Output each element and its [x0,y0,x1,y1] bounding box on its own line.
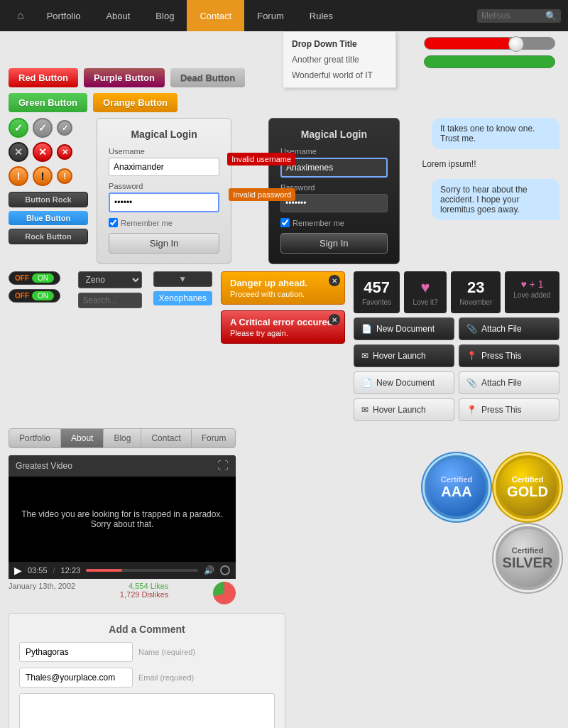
combo-button-1[interactable]: ▼ [153,271,212,287]
document-icon: 📄 [361,324,372,334]
icon-row-1: ✓ ✓ ✓ [9,118,88,138]
home-nav-item[interactable]: ⌂ [7,9,34,22]
remember-row-light: Remember me [109,218,219,227]
nav-tab-forum[interactable]: Forum [192,429,236,447]
badge-gold: Certified GOLD [496,455,559,519]
nav-blog[interactable]: Blog [143,0,187,31]
stat-love-label: Love it? [413,298,438,306]
check-green-1[interactable]: ✓ [9,118,28,138]
password-input-dark[interactable] [280,194,387,212]
sign-in-light-button[interactable]: Sign In [109,233,219,254]
comment-form-title: Add a Comment [19,624,275,635]
attach-icon: 📎 [466,324,477,334]
video-separator: / [53,566,55,575]
video-fullscreen-icon[interactable]: ⛶ [217,460,229,472]
press-this-light-label: Press This [481,405,521,415]
press-this-light-button[interactable]: 📍 Press This [459,398,559,421]
comment-name-row: Name (required) [19,642,275,662]
love-plus-text: + 1 [530,278,544,290]
badge-aaa-line2: AAA [441,484,471,500]
excl-orange-1[interactable]: ! [9,166,28,186]
rock-button[interactable]: Rock Button [9,229,88,244]
badge-gold-line1: Certified [512,475,544,484]
remember-checkbox-light[interactable] [109,218,118,227]
nav-search-box[interactable]: 🔍 [477,9,561,23]
sign-in-dark-button[interactable]: Sign In [280,233,387,254]
document-icon-light: 📄 [361,378,372,388]
nav-tab-contact[interactable]: Contact [141,429,191,447]
select-zeno[interactable]: Zeno [78,271,142,288]
attach-dark-button[interactable]: 📎 Attach File [459,317,559,340]
nav-forum[interactable]: Forum [244,0,297,31]
alert-orange-close[interactable]: ✕ [329,275,340,286]
login-light-title: Magical Login [109,129,219,140]
badge-gold-container: Certified GOLD [496,455,559,519]
new-doc-light-button[interactable]: 📄 New Document [354,371,454,394]
comment-textarea[interactable] [19,693,275,728]
xenophanes-label: Xenophanes [153,291,212,305]
badge-silver: Certified SILVER [496,526,559,590]
alert-red-close[interactable]: ✕ [329,314,340,325]
toggle-1-on-pill: ON [32,273,54,283]
hover-launch-dark-button[interactable]: ✉ Hover Launch [354,344,454,367]
blue-button[interactable]: Blue Button [9,211,88,225]
dropdown-item-2[interactable]: Wonderful world of IT [283,67,395,83]
green-button[interactable]: Green Button [9,93,87,112]
stat-love[interactable]: ♥ Love it? [404,271,447,313]
search-field[interactable] [78,293,142,308]
nav-tab-blog[interactable]: Blog [104,429,141,447]
new-doc-light-label: New Document [376,378,435,388]
video-screen: The video you are looking for is trapped… [9,477,236,562]
remember-checkbox-dark[interactable] [280,218,290,227]
nav-about[interactable]: About [93,0,143,31]
comment-name-input[interactable] [19,642,133,662]
nav-tab-portfolio[interactable]: Portfolio [9,429,61,447]
toggles-section: OFF ON OFF ON [9,271,70,303]
nav-rules[interactable]: Rules [297,0,346,31]
username-input-light[interactable] [109,158,219,176]
excl-orange-2[interactable]: ! [33,166,53,186]
attach-light-button[interactable]: 📎 Attach File [459,371,559,394]
button-rock[interactable]: Button Rock [9,192,88,207]
video-date: January 13th, 2002 [9,582,75,604]
username-input-dark[interactable] [280,158,387,178]
comment-email-row: Email (required) [19,668,275,688]
fullscreen-circle-icon[interactable] [220,565,230,575]
toggle-2-on-pill: ON [32,291,54,300]
red-button[interactable]: Red Button [9,68,78,87]
password-input-light[interactable] [109,192,219,212]
x-dark-1[interactable]: ✕ [9,142,28,162]
video-progress-bar[interactable] [86,569,198,572]
hover-launch-light-button[interactable]: ✉ Hover Launch [354,398,454,421]
alert-red-title: A Critical error occured. [230,317,336,327]
x-red-1[interactable]: ✕ [33,142,53,162]
comment-email-input[interactable] [19,668,133,688]
login-light-container: Magical Login Username Password Remember… [97,118,231,264]
play-button[interactable]: ▶ [14,565,22,576]
nav-search-input[interactable] [481,11,545,21]
video-title: Greatest Video [16,461,72,471]
action-buttons-dark: 📄 New Document 📎 Attach File ✉ Hover Lau… [354,317,559,367]
nav-contact[interactable]: Contact [187,0,244,31]
volume-icon[interactable]: 🔊 [204,565,214,575]
chat-bubble-3: Sorry to hear about the accident. I hope… [432,179,559,220]
check-gray-1[interactable]: ✓ [33,118,53,138]
dead-button[interactable]: Dead Button [170,68,245,87]
dropdown-item-1[interactable]: Another great title [283,52,395,67]
nav-tab-about[interactable]: About [61,429,104,447]
new-doc-dark-button[interactable]: 📄 New Document [354,317,454,340]
attach-light-label: Attach File [481,378,522,388]
chat-bubble-2: Lorem ipsum!! [414,153,485,175]
stat-love-added-label: Love added [513,291,550,299]
video-title-bar: Greatest Video ⛶ [9,455,236,477]
press-this-dark-button[interactable]: 📍 Press This [459,344,559,367]
toggle-1[interactable]: OFF ON [9,271,60,285]
nav-portfolio[interactable]: Portfolio [34,0,94,31]
purple-button[interactable]: Purple Button [84,68,165,87]
alert-orange-sub: Proceed with caution. [230,290,336,298]
toggle-row-1: OFF ON [9,271,70,285]
email-icon: ✉ [361,351,368,361]
alert-orange-title: Danger up ahead. [230,278,336,288]
orange-button[interactable]: Orange Button [93,93,178,112]
toggle-2[interactable]: OFF ON [9,289,60,303]
